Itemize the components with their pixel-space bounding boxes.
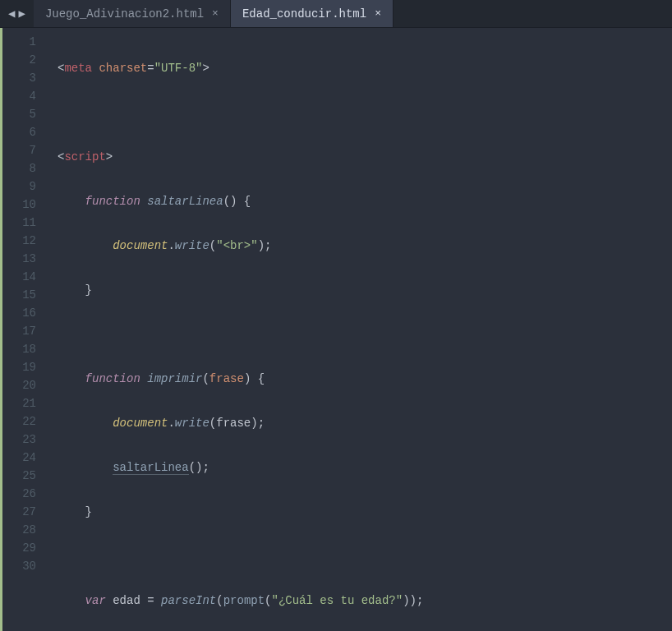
code-line: } bbox=[58, 281, 672, 299]
line-number: 30 bbox=[2, 557, 36, 575]
close-icon[interactable]: × bbox=[375, 7, 381, 20]
code-line: document.write("<br>"); bbox=[58, 237, 672, 255]
code-line: } bbox=[58, 503, 672, 521]
line-number: 23 bbox=[2, 431, 36, 449]
close-icon[interactable]: × bbox=[212, 7, 219, 20]
code-line: function saltarLinea() { bbox=[58, 192, 672, 210]
line-number: 11 bbox=[2, 214, 36, 232]
line-number: 12 bbox=[2, 232, 36, 250]
code-line: saltarLinea(); bbox=[58, 458, 672, 477]
tab-next-icon[interactable]: ▶ bbox=[16, 7, 26, 21]
line-number: 13 bbox=[2, 250, 36, 268]
line-number: 19 bbox=[2, 358, 36, 376]
line-number: 4 bbox=[2, 87, 36, 105]
code-line bbox=[58, 325, 672, 343]
tab-juego-adivinacion2[interactable]: Juego_Adivinacion2.html × bbox=[34, 0, 231, 27]
code-line: <meta charset="UTF-8"> bbox=[58, 59, 672, 77]
line-number: 9 bbox=[2, 177, 36, 196]
tab-edad-conducir[interactable]: Edad_conducir.html × bbox=[231, 0, 394, 27]
code-line: function imprimir(frase) { bbox=[58, 370, 672, 388]
tab-prev-icon[interactable]: ◀ bbox=[7, 7, 16, 21]
code-line: var edad = parseInt(prompt("¿Cuál es tu … bbox=[58, 592, 672, 610]
code-line: <script> bbox=[58, 148, 672, 166]
line-number: 28 bbox=[2, 521, 36, 539]
line-numbers: 1 2 3 4 5 6 7 8 9 10 11 12 13 14 15 16 1… bbox=[2, 28, 49, 631]
line-number: 2 bbox=[2, 51, 36, 69]
line-number: 10 bbox=[2, 196, 36, 214]
line-number: 14 bbox=[2, 268, 36, 286]
code-line bbox=[58, 104, 672, 122]
line-number: 27 bbox=[2, 503, 36, 521]
line-number: 6 bbox=[2, 123, 36, 141]
line-number: 7 bbox=[2, 141, 36, 159]
code-editor[interactable]: 1 2 3 4 5 6 7 8 9 10 11 12 13 14 15 16 1… bbox=[0, 28, 672, 631]
line-number: 15 bbox=[2, 286, 36, 304]
tab-label: Edad_conducir.html bbox=[242, 7, 366, 21]
line-number: 8 bbox=[2, 159, 36, 177]
tab-nav-arrows[interactable]: ◀ ▶ bbox=[0, 0, 34, 27]
code-line: document.write(frase); bbox=[58, 414, 672, 432]
line-number: 5 bbox=[2, 105, 36, 123]
line-number: 21 bbox=[2, 394, 36, 412]
code-line bbox=[58, 547, 672, 565]
tab-bar: ◀ ▶ Juego_Adivinacion2.html × Edad_condu… bbox=[0, 0, 672, 28]
line-number: 3 bbox=[2, 69, 36, 87]
line-number: 18 bbox=[2, 340, 36, 358]
line-number: 26 bbox=[2, 485, 36, 503]
line-number: 25 bbox=[2, 467, 36, 485]
code-area[interactable]: <meta charset="UTF-8"> <script> function… bbox=[49, 28, 672, 631]
gutter: 1 2 3 4 5 6 7 8 9 10 11 12 13 14 15 16 1… bbox=[0, 28, 49, 631]
line-number: 1 bbox=[2, 33, 36, 51]
line-number: 22 bbox=[2, 412, 36, 431]
line-number: 17 bbox=[2, 322, 36, 340]
line-number: 29 bbox=[2, 539, 36, 557]
line-number: 24 bbox=[2, 449, 36, 467]
tab-label: Juego_Adivinacion2.html bbox=[45, 7, 204, 21]
line-number: 20 bbox=[2, 376, 36, 394]
line-number: 16 bbox=[2, 304, 36, 322]
